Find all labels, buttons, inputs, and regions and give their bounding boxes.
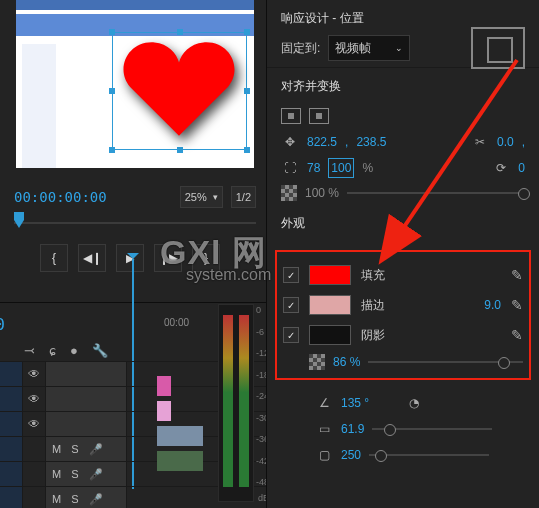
size-icon: ▢: [315, 446, 333, 464]
anchor-x[interactable]: 0.0: [497, 135, 514, 149]
track-target[interactable]: [0, 362, 23, 386]
track-eye-icon[interactable]: [23, 462, 46, 486]
clip[interactable]: [157, 451, 203, 471]
track-header[interactable]: MS🎤: [46, 487, 127, 508]
mic-icon[interactable]: 🎤: [89, 468, 103, 481]
program-monitor[interactable]: ⊕: [16, 0, 254, 168]
resize-handle[interactable]: [244, 29, 250, 35]
track-target[interactable]: [0, 487, 23, 508]
opacity-checker-icon: [309, 354, 325, 370]
track-header[interactable]: MS🎤: [46, 437, 127, 461]
resize-handle[interactable]: [177, 147, 183, 153]
responsive-design-section: 响应设计 - 位置 固定到: 视频帧 ⌄: [267, 0, 539, 68]
playhead-icon[interactable]: [14, 212, 24, 228]
slider-knob[interactable]: [384, 424, 396, 436]
pin-widget[interactable]: [471, 27, 525, 69]
scale-h-locked[interactable]: 100: [328, 158, 354, 178]
slider-knob[interactable]: [498, 357, 510, 369]
resolution-value: 1/2: [236, 191, 251, 203]
track-header[interactable]: [46, 412, 127, 436]
fill-swatch[interactable]: [309, 265, 351, 285]
track-target[interactable]: [0, 387, 23, 411]
position-x[interactable]: 822.5: [307, 135, 337, 149]
resize-handle[interactable]: [109, 88, 115, 94]
eyedropper-icon[interactable]: ✎: [511, 297, 523, 313]
pin-to-select[interactable]: 视频帧 ⌄: [328, 35, 410, 61]
clip[interactable]: [157, 376, 171, 396]
mark-in-button[interactable]: {: [40, 244, 68, 272]
timeline-tools: ⤙ ɕ ● 🔧: [24, 343, 108, 358]
shadow-detail-rows: ∠ 135 ° ◔ ▭ 61.9 ▢ 250: [267, 386, 539, 478]
shadow-swatch[interactable]: [309, 325, 351, 345]
distance-slider[interactable]: [372, 428, 492, 430]
stroke-checkbox[interactable]: ✓: [283, 297, 299, 313]
align-container-icon[interactable]: [309, 108, 329, 124]
mark-out-button[interactable]: }: [192, 244, 220, 272]
align-transform-section: 对齐并变换 ✥ 822.5 , 238.5 ✂ 0.0 , ⛶ 78 100 %…: [267, 68, 539, 246]
timeline-timecode[interactable]: :00: [0, 315, 5, 334]
resize-handle[interactable]: [109, 147, 115, 153]
track-eye-icon[interactable]: 👁: [23, 362, 46, 386]
scale-w[interactable]: 78: [307, 161, 320, 175]
align-video-icon[interactable]: [281, 108, 301, 124]
clip[interactable]: [157, 401, 171, 421]
track-target[interactable]: [0, 412, 23, 436]
resize-handle[interactable]: [109, 29, 115, 35]
track-eye-icon[interactable]: [23, 487, 46, 508]
shadow-checkbox[interactable]: ✓: [283, 327, 299, 343]
position-y[interactable]: 238.5: [356, 135, 386, 149]
mic-icon[interactable]: 🎤: [89, 493, 103, 506]
clip[interactable]: [157, 426, 203, 446]
zoom-select[interactable]: 25%▾: [180, 186, 223, 208]
scale-icon: ⛶: [281, 159, 299, 177]
mic-icon[interactable]: 🎤: [89, 443, 103, 456]
eyedropper-icon[interactable]: ✎: [511, 327, 523, 343]
resolution-select[interactable]: 1/2: [231, 186, 256, 208]
resize-handle[interactable]: [244, 88, 250, 94]
track-eye-icon[interactable]: 👁: [23, 412, 46, 436]
position-icon: ✥: [281, 133, 299, 151]
marker-icon[interactable]: ●: [70, 343, 78, 358]
track-eye-icon[interactable]: [23, 437, 46, 461]
opacity-value[interactable]: 100 %: [305, 186, 339, 200]
ruler-track: [14, 222, 256, 224]
shadow-angle[interactable]: 135 °: [341, 396, 369, 410]
stroke-row: ✓ 描边 9.0 ✎: [283, 290, 523, 320]
shadow-opacity-slider[interactable]: [368, 361, 523, 363]
stroke-width[interactable]: 9.0: [484, 298, 501, 312]
shadow-size[interactable]: 250: [341, 448, 361, 462]
selected-shape-bounds[interactable]: ⊕: [112, 32, 247, 150]
shadow-distance[interactable]: 61.9: [341, 422, 364, 436]
track-header[interactable]: [46, 387, 127, 411]
resize-handle[interactable]: [177, 29, 183, 35]
stroke-swatch[interactable]: [309, 295, 351, 315]
fill-checkbox[interactable]: ✓: [283, 267, 299, 283]
step-back-button[interactable]: ◀❙: [78, 244, 106, 272]
heart-shape[interactable]: [120, 38, 238, 138]
snap-icon[interactable]: ⤙: [24, 343, 35, 358]
angle-icon: ∠: [315, 394, 333, 412]
shadow-opacity[interactable]: 86 %: [333, 355, 360, 369]
track-header[interactable]: MS🎤: [46, 462, 127, 486]
monitor-ruler[interactable]: [14, 214, 256, 234]
size-slider[interactable]: [369, 454, 489, 456]
slider-knob[interactable]: [518, 188, 530, 200]
track-eye-icon[interactable]: 👁: [23, 387, 46, 411]
monitor-controls-row: 00:00:00:00 25%▾ 1/2: [14, 186, 256, 208]
audio-meter[interactable]: 0-6-12-18-24-30-36-42-48 dB: [218, 304, 254, 502]
resize-handle[interactable]: [244, 147, 250, 153]
track-target[interactable]: [0, 437, 23, 461]
step-forward-button[interactable]: ❙▶: [154, 244, 182, 272]
linked-selection-icon[interactable]: ɕ: [49, 343, 56, 358]
settings-icon[interactable]: 🔧: [92, 343, 108, 358]
track-header[interactable]: [46, 362, 127, 386]
eyedropper-icon[interactable]: ✎: [511, 267, 523, 283]
track-target[interactable]: [0, 462, 23, 486]
section-title: 外观: [281, 215, 525, 232]
timecode-display[interactable]: 00:00:00:00: [14, 189, 107, 205]
rotation-icon: ⟳: [492, 159, 510, 177]
opacity-slider[interactable]: [347, 192, 525, 194]
rotation-value[interactable]: 0: [518, 161, 525, 175]
slider-knob[interactable]: [375, 450, 387, 462]
mock-ui-sidebar: [22, 44, 56, 168]
